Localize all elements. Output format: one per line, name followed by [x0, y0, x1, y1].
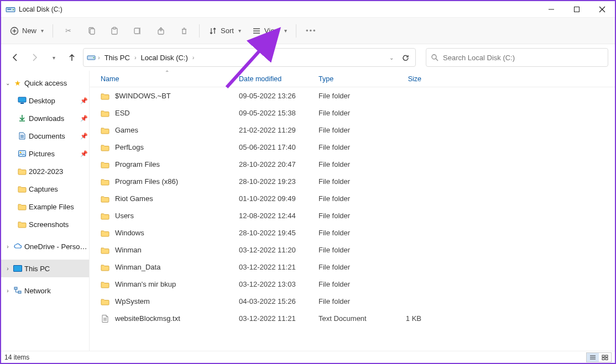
file-row[interactable]: Riot Games01-10-2022 09:49File folder	[90, 190, 615, 207]
chevron-right-icon[interactable]: ›	[133, 54, 138, 61]
folder-icon	[101, 160, 109, 169]
file-date: 09-05-2022 15:38	[239, 109, 319, 117]
search-icon	[431, 54, 438, 61]
view-label: View	[264, 27, 280, 35]
breadcrumb-this-pc[interactable]: This PC	[102, 54, 132, 62]
chevron-down-icon: ▾	[284, 28, 287, 34]
sidebar-item-label: Screenshots	[29, 220, 89, 229]
file-type: File folder	[319, 92, 386, 100]
chevron-right-icon[interactable]: ›	[4, 266, 11, 272]
file-name: $WINDOWS.~BT	[115, 92, 171, 100]
svg-rect-14	[134, 28, 139, 34]
file-row[interactable]: Program Files (x86)28-10-2022 19:23File …	[90, 173, 615, 190]
chevron-right-icon[interactable]: ›	[4, 244, 11, 250]
file-name: Games	[115, 126, 138, 134]
rename-icon	[133, 27, 142, 35]
file-type: File folder	[319, 126, 386, 134]
sidebar-item-documents[interactable]: Documents📌	[1, 127, 89, 145]
tree-this-pc[interactable]: › This PC	[1, 260, 89, 277]
svg-point-2	[13, 9, 14, 10]
sidebar-item-folder[interactable]: Example Files	[1, 198, 89, 215]
file-row[interactable]: Games21-02-2022 11:29File folder	[90, 122, 615, 139]
folder-icon	[101, 297, 109, 306]
network-icon	[13, 286, 22, 295]
pin-icon: 📌	[79, 150, 89, 157]
file-row[interactable]: WpSystem04-03-2022 15:26File folder	[90, 293, 615, 310]
thumbnails-view-button[interactable]	[599, 353, 611, 362]
file-row[interactable]: $WINDOWS.~BT09-05-2022 13:26File folder	[90, 87, 615, 104]
copy-button[interactable]	[80, 21, 103, 41]
close-button[interactable]	[589, 1, 615, 18]
status-item-count: 14 items	[4, 354, 29, 361]
pictures-icon	[18, 149, 27, 158]
file-row[interactable]: Winman03-12-2022 11:20File folder	[90, 241, 615, 259]
tree-network[interactable]: › Network	[1, 282, 89, 299]
column-name[interactable]: Name ⌃	[101, 75, 239, 83]
address-dropdown-button[interactable]: ⌄	[384, 49, 398, 66]
column-headers: Name ⌃ Date modified Type Size	[90, 71, 615, 87]
sidebar-item-folder[interactable]: 2022-2023	[1, 162, 89, 180]
file-row[interactable]: websiteBlockmsg.txt03-12-2022 11:21Text …	[90, 310, 615, 327]
chevron-down-icon: ▾	[53, 55, 55, 61]
svg-rect-40	[605, 355, 608, 357]
more-button[interactable]: •••	[300, 21, 323, 41]
back-button[interactable]	[8, 49, 23, 66]
column-type[interactable]: Type	[319, 75, 386, 83]
svg-rect-4	[575, 7, 580, 12]
search-input[interactable]	[443, 54, 603, 62]
view-button[interactable]: View ▾	[247, 21, 293, 41]
sort-button[interactable]: Sort ▾	[203, 21, 247, 41]
address-bar[interactable]: › This PC › Local Disk (C:) › ⌄	[83, 48, 416, 67]
details-view-button[interactable]	[587, 353, 599, 362]
search-box[interactable]	[426, 48, 608, 67]
folder-icon	[101, 263, 109, 272]
file-row[interactable]: Winman's mir bkup03-12-2022 13:03File fo…	[90, 276, 615, 293]
folder-icon	[18, 167, 27, 176]
share-button[interactable]	[149, 21, 173, 41]
chevron-right-icon[interactable]: ›	[191, 54, 196, 61]
chevron-right-icon[interactable]: ›	[97, 54, 101, 61]
sidebar-item-downloads[interactable]: Downloads📌	[1, 109, 89, 127]
svg-rect-13	[113, 27, 116, 29]
file-row[interactable]: Users12-08-2022 12:44File folder	[90, 207, 615, 224]
chevron-right-icon[interactable]: ›	[4, 288, 11, 294]
sidebar-item-label: Example Files	[29, 203, 89, 211]
recent-locations-button[interactable]: ▾	[45, 49, 61, 66]
forward-button[interactable]	[27, 49, 42, 66]
file-type: File folder	[319, 194, 386, 203]
file-row[interactable]: Windows28-10-2022 19:45File folder	[90, 224, 615, 241]
minimize-button[interactable]	[539, 1, 564, 18]
file-type: File folder	[319, 246, 386, 254]
refresh-button[interactable]	[399, 49, 412, 66]
cloud-icon	[13, 242, 22, 251]
column-size[interactable]: Size	[386, 75, 427, 83]
sidebar-item-folder[interactable]: Captures	[1, 180, 89, 198]
cut-button[interactable]: ✂	[56, 21, 80, 41]
file-row[interactable]: Winman_Data03-12-2022 11:21File folder	[90, 259, 615, 276]
file-name: Winman	[115, 246, 142, 254]
paste-button[interactable]	[103, 21, 126, 41]
file-type: File folder	[319, 160, 386, 168]
maximize-button[interactable]	[564, 1, 589, 18]
sidebar-item-label: Captures	[29, 185, 89, 193]
downloads-icon	[18, 114, 27, 123]
status-bar: 14 items	[1, 351, 615, 363]
sidebar-item-desktop[interactable]: Desktop📌	[1, 92, 89, 109]
chevron-down-icon: ⌄	[389, 55, 394, 61]
chevron-down-icon[interactable]: ⌄	[4, 80, 11, 86]
column-date[interactable]: Date modified	[239, 75, 319, 83]
rename-button[interactable]	[126, 21, 149, 41]
file-row[interactable]: Program Files28-10-2022 20:47File folder	[90, 156, 615, 173]
folder-icon	[101, 194, 109, 203]
breadcrumb-location[interactable]: Local Disk (C:)	[139, 54, 190, 62]
up-button[interactable]	[64, 49, 80, 66]
delete-button[interactable]	[173, 21, 196, 41]
file-type: File folder	[319, 229, 386, 237]
file-row[interactable]: PerfLogs05-06-2021 17:40File folder	[90, 139, 615, 156]
sidebar-item-folder[interactable]: Screenshots	[1, 215, 89, 233]
new-button[interactable]: New ▾	[4, 21, 49, 41]
tree-quick-access[interactable]: ⌄ ★ Quick access	[1, 74, 89, 92]
tree-onedrive[interactable]: › OneDrive - Personal	[1, 238, 89, 255]
sidebar-item-pictures[interactable]: Pictures📌	[1, 145, 89, 162]
file-row[interactable]: ESD09-05-2022 15:38File folder	[90, 104, 615, 122]
